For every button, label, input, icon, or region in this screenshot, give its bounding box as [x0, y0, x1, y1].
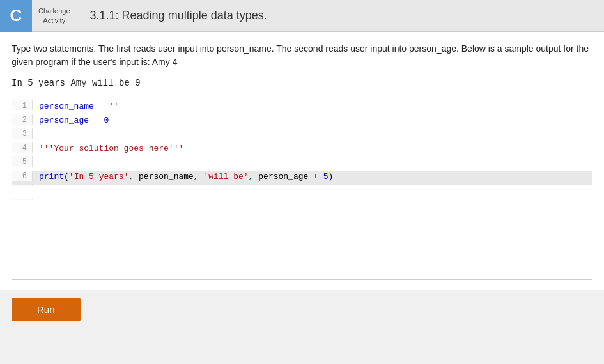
line-number-2: 2 — [12, 114, 33, 125]
line-content-2[interactable]: person_age = 0 — [39, 114, 592, 125]
line-content-4[interactable]: '''Your solution goes here''' — [39, 142, 592, 153]
page-title: 3.1.1: Reading multiple data types. — [77, 9, 280, 22]
line-content-8 — [39, 199, 592, 200]
activity-line1: Challenge — [38, 6, 70, 15]
code-line-7 — [12, 185, 592, 199]
code-editor[interactable]: 1 person_name = '' 2 person_age = 0 3 4 … — [12, 100, 592, 280]
sample-output-text: In 5 years Amy will be 9 — [12, 78, 141, 88]
code-line-5: 5 — [12, 156, 592, 171]
main-content: Type two statements. The first reads use… — [0, 32, 604, 290]
description-text: Type two statements. The first reads use… — [12, 42, 592, 69]
line-number-3: 3 — [12, 128, 33, 139]
line-content-6[interactable]: print('In 5 years', person_name, 'will b… — [39, 171, 592, 181]
code-line-6: 6 print('In 5 years', person_name, 'will… — [12, 171, 592, 185]
code-line-3: 3 — [12, 128, 592, 142]
line-number-8 — [12, 199, 33, 200]
activity-line2: Activity — [43, 16, 65, 25]
line-number-5: 5 — [12, 156, 33, 167]
line-number-1: 1 — [12, 100, 33, 110]
line-content-7 — [39, 185, 592, 186]
header: C Challenge Activity 3.1.1: Reading mult… — [0, 0, 604, 32]
sample-output: In 5 years Amy will be 9 — [12, 78, 592, 88]
code-line-8 — [12, 199, 592, 279]
line-content-5[interactable] — [39, 156, 592, 158]
code-line-4: 4 '''Your solution goes here''' — [12, 142, 592, 156]
line-number-6: 6 — [12, 171, 33, 181]
line-number-4: 4 — [12, 142, 33, 153]
code-lines: 1 person_name = '' 2 person_age = 0 3 4 … — [12, 100, 592, 279]
code-line-1: 1 person_name = '' — [12, 100, 592, 114]
logo: C — [0, 0, 32, 32]
logo-letter: C — [10, 6, 22, 26]
run-button[interactable]: Run — [12, 298, 81, 321]
line-number-7 — [12, 185, 33, 186]
run-area: Run — [0, 290, 604, 329]
activity-label: Challenge Activity — [32, 0, 77, 32]
line-content-1[interactable]: person_name = '' — [39, 100, 592, 111]
code-line-2: 2 person_age = 0 — [12, 114, 592, 128]
line-content-3[interactable] — [39, 128, 592, 130]
